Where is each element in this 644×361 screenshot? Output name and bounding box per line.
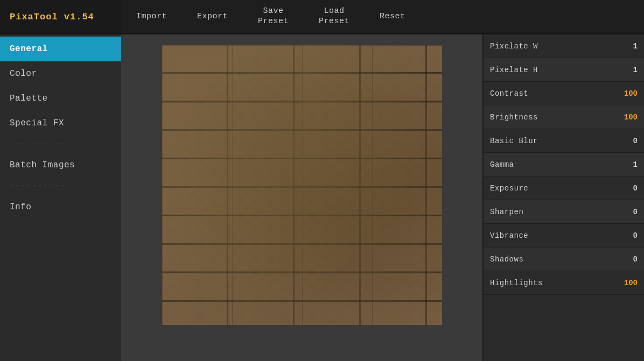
control-row-pixelate-w[interactable]: Pixelate W1 [484,34,644,58]
control-row-highlights[interactable]: Hightlights100 [484,271,644,295]
sidebar-divider-2: ---------- [0,178,121,195]
control-label-vibrance: Vibrance [490,231,618,240]
control-value-exposure: 0 [618,184,638,193]
control-value-pixelate-h: 1 [618,66,638,74]
control-value-shadows: 0 [618,255,638,264]
control-row-vibrance[interactable]: Vibrance0 [484,224,644,247]
control-label-pixelate-w: Pixelate W [490,42,618,51]
control-row-exposure[interactable]: Exposure0 [484,176,644,200]
sidebar-item-general[interactable]: General [0,37,121,61]
control-label-pixelate-h: Pixelate H [490,66,618,74]
sidebar-divider-1: ---------- [0,136,121,153]
save-preset-button[interactable]: Save Preset [243,0,304,33]
control-row-contrast[interactable]: Contrast100 [484,82,644,105]
control-value-brightness: 100 [618,113,638,122]
control-value-sharpen: 0 [618,208,638,216]
control-row-gamma[interactable]: Gamma1 [484,153,644,176]
control-label-contrast: Contrast [490,89,618,98]
control-label-basic-blur: Basic Blur [490,137,618,145]
load-preset-button[interactable]: Load Preset [304,0,365,33]
image-preview [162,45,442,325]
control-row-basic-blur[interactable]: Basic Blur0 [484,129,644,153]
control-label-brightness: Brightness [490,113,618,122]
control-row-pixelate-h[interactable]: Pixelate H1 [484,58,644,82]
sidebar-item-color[interactable]: Color [0,61,121,86]
import-button[interactable]: Import [121,0,182,33]
right-panel: Pixelate W1Pixelate H1Contrast100Brightn… [482,34,644,361]
canvas-area [121,34,482,361]
sidebar-item-info[interactable]: Info [0,195,121,220]
main-layout: General Color Palette Special FX -------… [0,34,644,361]
control-value-contrast: 100 [618,89,638,98]
control-row-sharpen[interactable]: Sharpen0 [484,200,644,224]
sidebar-item-special-fx[interactable]: Special FX [0,111,121,136]
reset-button[interactable]: Reset [365,0,421,33]
control-row-brightness[interactable]: Brightness100 [484,105,644,129]
sidebar-item-palette[interactable]: Palette [0,86,121,111]
control-value-basic-blur: 0 [618,137,638,145]
stone-wall-texture [162,45,442,325]
control-value-highlights: 100 [618,279,638,287]
export-button[interactable]: Export [182,0,243,33]
control-value-pixelate-w: 1 [618,42,638,51]
sidebar-item-batch-images[interactable]: Batch Images [0,153,121,178]
control-label-highlights: Hightlights [490,279,618,287]
sidebar: General Color Palette Special FX -------… [0,34,121,361]
topbar: PixaTool v1.54 Import Export Save Preset… [0,0,644,34]
control-label-gamma: Gamma [490,160,618,169]
control-row-shadows[interactable]: Shadows0 [484,247,644,271]
control-label-sharpen: Sharpen [490,208,618,216]
app-title: PixaTool v1.54 [0,0,121,33]
control-value-gamma: 1 [618,160,638,169]
control-value-vibrance: 0 [618,231,638,240]
control-label-exposure: Exposure [490,184,618,193]
control-label-shadows: Shadows [490,255,618,264]
